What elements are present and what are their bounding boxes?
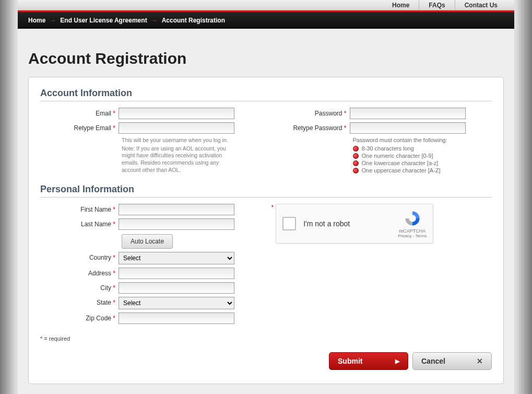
nav-home[interactable]: Home bbox=[383, 0, 419, 10]
breadcrumb: Home → End User License Agreement → Acco… bbox=[18, 12, 514, 29]
section-account-title: Account Information bbox=[40, 88, 492, 101]
password-rule: One uppercase character [A-Z] bbox=[353, 167, 492, 173]
status-dot-icon bbox=[353, 146, 359, 152]
submit-button[interactable]: Submit ▶ bbox=[329, 352, 408, 370]
address-input[interactable] bbox=[119, 268, 234, 279]
password-input[interactable] bbox=[350, 108, 466, 119]
status-dot-icon bbox=[353, 160, 359, 166]
label-city: City bbox=[100, 284, 111, 292]
password-rules-title: Password must contain the following: bbox=[353, 137, 492, 143]
recaptcha-widget[interactable]: I'm not a robot reCAPTCHA Privacy - Term… bbox=[276, 204, 433, 244]
password-rule: One numeric character [0-9] bbox=[353, 153, 492, 159]
password-rule: One lowercase character [a-z] bbox=[353, 160, 492, 166]
breadcrumb-eula[interactable]: End User License Agreement bbox=[60, 17, 147, 24]
required-marker: * bbox=[271, 204, 274, 211]
label-state: State bbox=[97, 299, 111, 306]
auto-locate-button[interactable]: Auto Locate bbox=[122, 234, 173, 249]
recaptcha-brand: reCAPTCHA bbox=[398, 228, 427, 234]
chevron-right-icon: → bbox=[151, 17, 158, 24]
submit-label: Submit bbox=[338, 357, 362, 365]
state-select[interactable]: Select bbox=[119, 297, 234, 309]
required-marker: * bbox=[113, 110, 115, 117]
required-marker: * bbox=[113, 206, 115, 213]
cancel-button[interactable]: Cancel ✕ bbox=[412, 352, 492, 370]
registration-panel: Account Information Email * Retype Email… bbox=[28, 77, 504, 384]
recaptcha-logo-icon bbox=[398, 210, 427, 227]
required-marker: * bbox=[113, 284, 115, 292]
page-title: Account Registration bbox=[28, 50, 504, 67]
chevron-right-icon: → bbox=[50, 17, 56, 24]
recaptcha-checkbox[interactable] bbox=[282, 217, 296, 230]
country-select[interactable]: Select bbox=[119, 252, 234, 264]
required-marker: * bbox=[113, 299, 115, 306]
recaptcha-links[interactable]: Privacy - Terms bbox=[398, 234, 427, 238]
breadcrumb-home[interactable]: Home bbox=[28, 17, 45, 24]
email-input[interactable] bbox=[119, 108, 234, 119]
arrow-right-icon: ▶ bbox=[395, 358, 399, 365]
nav-faqs[interactable]: FAQs bbox=[419, 0, 454, 10]
cancel-label: Cancel bbox=[421, 357, 445, 365]
required-marker: * bbox=[344, 110, 347, 117]
label-zip: Zip Code bbox=[86, 315, 111, 322]
hint-aol: Note: If you are using an AOL account, y… bbox=[122, 145, 238, 174]
status-dot-icon bbox=[353, 153, 359, 159]
required-marker: * bbox=[344, 124, 347, 132]
required-marker: * bbox=[113, 124, 115, 132]
section-personal-title: Personal Information bbox=[40, 184, 492, 198]
top-nav: Home FAQs Contact Us bbox=[18, 0, 514, 10]
breadcrumb-current: Account Registration bbox=[162, 17, 225, 24]
last-name-input[interactable] bbox=[119, 218, 234, 230]
recaptcha-label: I'm not a robot bbox=[303, 219, 391, 228]
label-first-name: First Name bbox=[80, 206, 111, 213]
retype-email-input[interactable] bbox=[119, 122, 234, 134]
required-note: * = required bbox=[40, 335, 492, 342]
zip-input[interactable] bbox=[119, 312, 234, 324]
label-retype-email: Retype Email bbox=[74, 124, 111, 132]
label-address: Address bbox=[88, 270, 111, 277]
required-marker: * bbox=[113, 270, 115, 277]
label-email: Email bbox=[96, 110, 111, 117]
label-retype-password: Retype Password bbox=[293, 124, 342, 132]
password-rule: 8-30 characters long bbox=[353, 145, 492, 152]
nav-contact[interactable]: Contact Us bbox=[455, 0, 507, 10]
required-marker: * bbox=[113, 254, 115, 261]
close-icon: ✕ bbox=[477, 357, 483, 365]
city-input[interactable] bbox=[119, 282, 234, 294]
required-marker: * bbox=[113, 315, 115, 322]
label-last-name: Last Name bbox=[81, 221, 111, 228]
retype-password-input[interactable] bbox=[350, 122, 466, 134]
required-marker: * bbox=[113, 221, 115, 228]
status-dot-icon bbox=[353, 168, 359, 173]
label-country: Country bbox=[89, 254, 111, 261]
first-name-input[interactable] bbox=[119, 204, 234, 215]
hint-username: This will be your username when you log … bbox=[122, 137, 238, 144]
label-password: Password bbox=[315, 110, 342, 117]
